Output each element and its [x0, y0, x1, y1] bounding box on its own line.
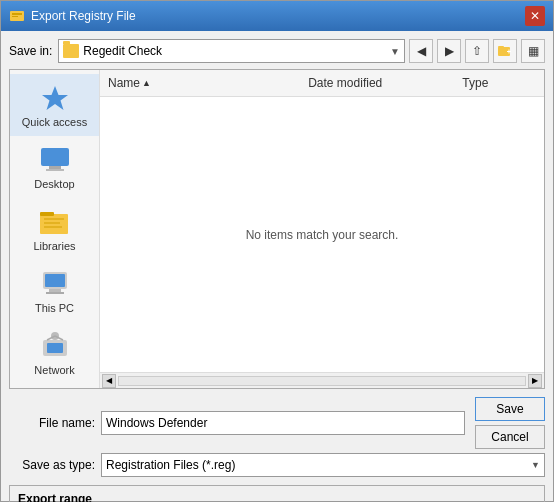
forward-icon: ▶: [445, 44, 454, 58]
svg-rect-13: [44, 218, 64, 220]
sidebar-label-quick-access: Quick access: [22, 116, 87, 128]
save-in-toolbar: Regedit Check ▼ ◀ ▶ ⇧: [58, 39, 545, 63]
svg-rect-15: [44, 226, 62, 228]
col-header-date[interactable]: Date modified: [300, 74, 454, 92]
save-as-type-arrow: ▼: [531, 460, 540, 470]
path-dropdown-arrow: ▼: [390, 46, 400, 57]
desktop-icon: [39, 144, 71, 176]
up-icon: ⇧: [472, 44, 482, 58]
view-icon: ▦: [528, 44, 539, 58]
sidebar-item-libraries[interactable]: Libraries: [10, 198, 99, 260]
export-range: Export range All Selected branch HKEY_LO…: [9, 485, 545, 502]
svg-rect-9: [49, 166, 61, 169]
svg-rect-12: [40, 212, 54, 216]
sidebar-item-desktop[interactable]: Desktop: [10, 136, 99, 198]
folder-icon: [63, 44, 79, 58]
svg-rect-21: [47, 343, 63, 353]
save-in-dropdown[interactable]: Regedit Check ▼: [58, 39, 405, 63]
save-as-type-value: Registration Files (*.reg): [106, 458, 531, 472]
file-name-input-wrapper[interactable]: [101, 411, 465, 435]
new-folder-icon: [498, 44, 512, 59]
libraries-icon: [39, 206, 71, 238]
save-as-type-dropdown[interactable]: Registration Files (*.reg) ▼: [101, 453, 545, 477]
sidebar-label-libraries: Libraries: [33, 240, 75, 252]
save-in-label: Save in:: [9, 44, 52, 58]
back-icon: ◀: [417, 44, 426, 58]
forward-button[interactable]: ▶: [437, 39, 461, 63]
sidebar-item-this-pc[interactable]: This PC: [10, 260, 99, 322]
title-bar: Export Registry File ✕: [1, 1, 553, 31]
file-list: Name ▲ Date modified Type No items match…: [100, 70, 544, 388]
quick-access-icon: [39, 82, 71, 114]
title-text: Export Registry File: [31, 9, 136, 23]
file-name-row: File name: Save Cancel: [9, 397, 545, 449]
cancel-button[interactable]: Cancel: [475, 425, 545, 449]
file-list-body: No items match your search.: [100, 97, 544, 372]
col-header-type[interactable]: Type: [454, 74, 544, 92]
scroll-track[interactable]: [118, 376, 526, 386]
svg-rect-6: [509, 49, 510, 53]
svg-rect-8: [41, 148, 69, 166]
sidebar-item-quick-access[interactable]: Quick access: [10, 74, 99, 136]
close-button[interactable]: ✕: [525, 6, 545, 26]
new-folder-button[interactable]: [493, 39, 517, 63]
save-in-row: Save in: Regedit Check ▼ ◀ ▶ ⇧: [9, 39, 545, 63]
sort-arrow-icon: ▲: [142, 78, 151, 88]
col-header-name[interactable]: Name ▲: [100, 74, 300, 92]
svg-rect-14: [44, 222, 60, 224]
export-range-title: Export range: [18, 492, 536, 502]
sidebar-label-desktop: Desktop: [34, 178, 74, 190]
svg-rect-17: [45, 274, 65, 287]
bottom-fields: File name: Save Cancel Save as type: Reg…: [9, 397, 545, 477]
svg-rect-10: [46, 169, 64, 171]
file-name-label: File name:: [9, 416, 95, 430]
file-name-input[interactable]: [106, 416, 460, 430]
network-icon: [39, 330, 71, 362]
svg-rect-18: [49, 289, 61, 292]
registry-icon: [9, 8, 25, 24]
sidebar-item-network[interactable]: Network: [10, 322, 99, 384]
view-button[interactable]: ▦: [521, 39, 545, 63]
scroll-right-arrow[interactable]: ▶: [528, 374, 542, 388]
empty-message: No items match your search.: [246, 228, 399, 242]
export-registry-dialog: Export Registry File ✕ Save in: Regedit …: [0, 0, 554, 502]
file-list-header: Name ▲ Date modified Type: [100, 70, 544, 97]
sidebar-label-this-pc: This PC: [35, 302, 74, 314]
svg-marker-7: [42, 86, 68, 110]
main-area: Quick access Desktop: [9, 69, 545, 389]
save-button[interactable]: Save: [475, 397, 545, 421]
svg-rect-19: [46, 292, 64, 294]
svg-rect-1: [12, 13, 22, 15]
sidebar-label-network: Network: [34, 364, 74, 376]
scroll-left-arrow[interactable]: ◀: [102, 374, 116, 388]
this-pc-icon: [39, 268, 71, 300]
svg-rect-2: [12, 16, 18, 17]
up-button[interactable]: ⇧: [465, 39, 489, 63]
action-buttons: Save Cancel: [475, 397, 545, 449]
save-as-type-label: Save as type:: [9, 458, 95, 472]
path-text: Regedit Check: [83, 44, 386, 58]
horizontal-scrollbar[interactable]: ◀ ▶: [100, 372, 544, 388]
save-as-type-row: Save as type: Registration Files (*.reg)…: [9, 453, 545, 477]
svg-rect-4: [498, 46, 504, 48]
sidebar: Quick access Desktop: [10, 70, 100, 388]
back-button[interactable]: ◀: [409, 39, 433, 63]
title-bar-left: Export Registry File: [9, 8, 136, 24]
dialog-body: Save in: Regedit Check ▼ ◀ ▶ ⇧: [1, 31, 553, 502]
